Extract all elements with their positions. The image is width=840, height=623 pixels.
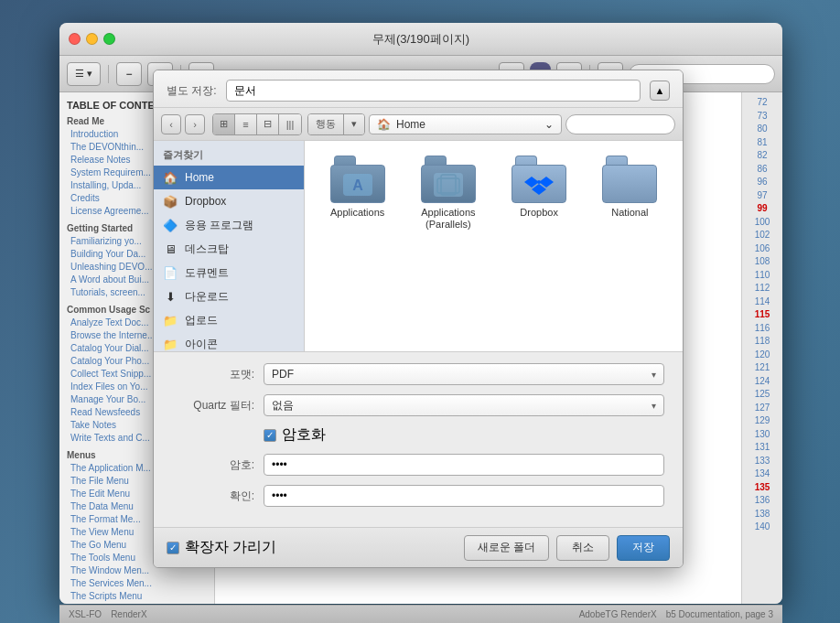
doc-link[interactable]: The Scripts Menu [70,590,207,603]
page-num: 118 [742,335,782,349]
page-num: 108 [742,255,782,269]
file-item-national[interactable]: National [588,152,672,242]
browser-toolbar: ‹ › ⊞ ≡ ⊟ ||| 행동 ▾ 🏠 Home ⌄ [154,108,683,141]
desktop-icon: 🖥 [163,242,178,256]
fav-item-uploads[interactable]: 📁 업로드 [154,308,304,332]
hide-ext-checkbox[interactable]: ✓ [167,542,179,554]
fav-item-icons[interactable]: 📁 아이콘 [154,332,304,356]
location-label: Home [396,118,425,131]
action-icon: 행동 [316,117,336,131]
folder-icon: A [330,156,385,203]
list-view-btn[interactable]: ≡ [235,114,257,134]
icon-view-btn[interactable]: ⊞ [213,114,235,134]
expand-btn[interactable]: ▲ [650,81,670,101]
page-num: 81 [742,136,782,150]
documents-icon: 📄 [163,265,178,280]
minimize-button[interactable] [86,33,98,45]
fav-label: 도큐멘트 [185,265,229,281]
home-icon: 🏠 [377,118,391,131]
page-num: 96 [742,176,782,189]
hide-ext-area: ✓ 확장자 가리기 [167,538,457,557]
expand-icon: ▲ [655,85,665,96]
back-btn[interactable]: ‹ [161,114,181,134]
zoom-out-btn[interactable]: − [116,62,142,86]
action-buttons: 행동 ▾ [307,113,365,135]
fav-label: 응용 프로그램 [185,218,253,233]
password-row: 암호: [172,454,664,476]
fav-item-home[interactable]: 🏠 Home [154,166,304,189]
close-button[interactable] [69,33,81,45]
fav-item-desktop[interactable]: 🖥 데스크탑 [154,237,304,261]
page-num: 110 [742,269,782,283]
format-select[interactable]: PDF [264,363,664,385]
column-view-btn[interactable]: ⊟ [257,114,279,134]
sidebar-toggle-btn[interactable]: ☰ ▾ [67,62,101,86]
doc-link[interactable]: The Help Menu [70,603,207,604]
location-dropdown[interactable]: 🏠 Home ⌄ [369,114,562,134]
fav-label: 데스크탑 [185,242,229,257]
browser-search-input[interactable] [565,114,675,134]
page-num: 134 [742,467,782,481]
fav-item-applications[interactable]: 🔷 응용 프로그램 [154,213,304,237]
downloads-icon: ⬇ [163,289,178,304]
save-dialog: 별도 저장: ▲ ‹ › ⊞ ≡ ⊟ ||| 행동 ▾ 🏠 Home ⌄ [153,70,684,568]
quartz-label: Quartz 필터: [172,398,254,414]
page-num: 82 [742,149,782,163]
file-item-applications[interactable]: A Applications [316,152,399,242]
page-num: 120 [742,349,782,362]
fav-item-downloads[interactable]: ⬇ 다운로드 [154,285,304,308]
quartz-row: Quartz 필터: 없음 [172,394,664,416]
save-btn[interactable]: 저장 [617,535,670,561]
page-num: 130 [742,428,782,442]
title-bar: 무제(3/190페이지) [59,23,782,56]
encrypt-checkbox[interactable]: ✓ [264,429,276,442]
page-num: 133 [742,455,782,468]
fav-item-documents[interactable]: 📄 도큐멘트 [154,261,304,285]
file-label: Dropbox [520,207,558,219]
forward-btn[interactable]: › [185,114,205,134]
fav-label: 다운로드 [185,289,229,305]
page-num: 114 [742,295,782,309]
format-arrow [652,368,656,381]
traffic-lights [69,33,115,45]
upload-icon: 📁 [163,313,178,328]
status-right: b5 Documentation, page 3 [666,609,773,619]
page-num: 102 [742,229,782,242]
action-dropdown-btn[interactable]: ▾ [344,114,364,134]
page-num: 72 [742,96,782,110]
filename-input[interactable] [226,80,641,102]
page-num: 121 [742,361,782,375]
page-num: 129 [742,414,782,428]
page-num: 99 [742,202,782,216]
encrypt-label: 암호화 [282,425,326,445]
quartz-select[interactable]: 없음 [264,394,664,416]
sidebar-icon: ☰ [75,68,84,80]
file-label: Applications(Parallels) [421,207,475,231]
page-num: 124 [742,375,782,389]
confirm-input[interactable] [264,485,664,507]
action-btn[interactable]: 행동 [308,114,344,134]
file-item-applications-parallels[interactable]: Applications(Parallels) [406,152,490,242]
new-folder-btn[interactable]: 새로운 폴더 [464,535,549,561]
view-buttons: ⊞ ≡ ⊟ ||| [212,113,302,135]
maximize-button[interactable] [103,33,115,45]
dropbox-icon: 📦 [163,194,178,209]
browser-content: 즐겨찾기 🏠 Home 📦 Dropbox 🔷 응용 프로그램 🖥 데스크탑 📄… [154,141,683,351]
page-num: 106 [742,242,782,256]
file-item-dropbox[interactable]: Dropbox [498,152,581,242]
fav-label: Dropbox [185,195,226,208]
format-value: PDF [272,368,294,381]
page-num: 97 [742,189,782,203]
cancel-btn[interactable]: 취소 [556,535,609,561]
folder-icon [512,156,566,203]
page-num: 115 [742,308,782,322]
home-icon: 🏠 [163,170,178,185]
form-area: 포맷: PDF Quartz 필터: 없음 ✓ 암호화 암호: 확인: [154,351,683,527]
dialog-header: 별도 저장: ▲ [154,70,683,108]
password-input[interactable] [264,454,664,476]
applications-icon: 🔷 [163,218,178,232]
fav-item-dropbox[interactable]: 📦 Dropbox [154,189,304,213]
doc-link[interactable]: The Services Men... [70,577,207,590]
format-row: 포맷: PDF [172,363,664,385]
coverflow-view-btn[interactable]: ||| [279,114,301,134]
